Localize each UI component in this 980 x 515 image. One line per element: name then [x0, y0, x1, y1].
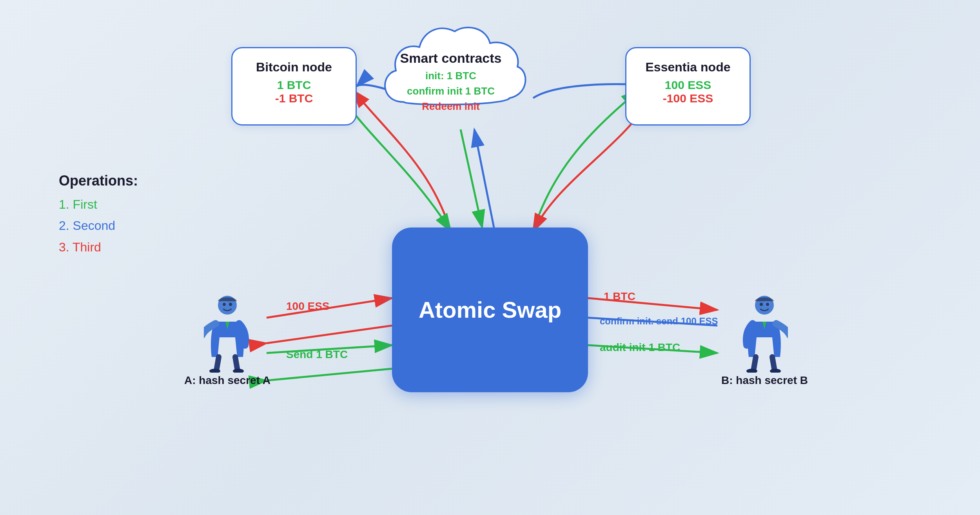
- label-100-ess: 100 ESS: [286, 300, 330, 313]
- label-audit-btc: audit init 1 BTC: [600, 341, 680, 354]
- essentia-node-value2: -100 ESS: [642, 92, 734, 105]
- essentia-node-value1: 100 ESS: [642, 78, 734, 92]
- smart-contracts-content: Smart contracts init: 1 BTC confirm init…: [392, 43, 510, 122]
- bitcoin-node-value2: -1 BTC: [248, 92, 340, 105]
- label-1-btc: 1 BTC: [604, 290, 635, 303]
- svg-point-9: [233, 369, 244, 373]
- svg-point-10: [223, 303, 226, 306]
- svg-point-11: [229, 303, 232, 306]
- svg-point-17: [766, 303, 769, 306]
- operation-3: 3. Third: [59, 237, 138, 258]
- essentia-node-title: Essentia node: [642, 60, 734, 75]
- label-confirm-send: confirm init. send 100 ESS: [600, 316, 718, 327]
- essentia-node: Essentia node 100 ESS -100 ESS: [625, 47, 751, 126]
- atomic-swap-box: Atomic Swap: [392, 227, 588, 392]
- person-b-figure: [741, 294, 788, 373]
- smart-contracts-line2: confirm init 1 BTC: [400, 84, 502, 99]
- bitcoin-node-value1: 1 BTC: [248, 78, 340, 92]
- bitcoin-node-title: Bitcoin node: [248, 60, 340, 75]
- person-a-label: A: hash secret A: [184, 374, 270, 387]
- operation-1: 1. First: [59, 194, 138, 215]
- operations-title: Operations:: [59, 173, 138, 189]
- operations-panel: Operations: 1. First 2. Second 3. Third: [59, 173, 138, 258]
- person-a: A: hash secret A: [184, 294, 270, 387]
- smart-contracts-title: Smart contracts: [400, 51, 502, 66]
- diagram-container: Bitcoin node 1 BTC -1 BTC Essentia node …: [0, 0, 980, 515]
- svg-point-15: [770, 369, 781, 373]
- person-b: B: hash secret B: [721, 294, 808, 387]
- smart-contracts-line3: Redeem init: [400, 99, 502, 114]
- person-b-label: B: hash secret B: [721, 374, 808, 387]
- person-a-figure: [204, 294, 251, 373]
- smart-contracts: Smart contracts init: 1 BTC confirm init…: [372, 24, 529, 133]
- label-send-btc: Send 1 BTC: [286, 348, 348, 361]
- svg-point-16: [760, 303, 763, 306]
- operation-2: 2. Second: [59, 215, 138, 236]
- smart-contracts-line1: init: 1 BTC: [400, 68, 502, 84]
- bitcoin-node: Bitcoin node 1 BTC -1 BTC: [231, 47, 357, 126]
- atomic-swap-title: Atomic Swap: [419, 296, 561, 324]
